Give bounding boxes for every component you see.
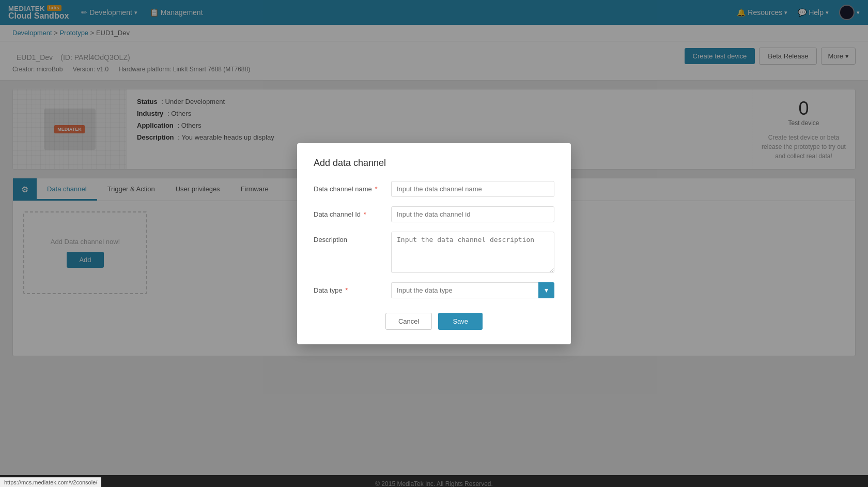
url-text: https://mcs.mediatek.com/v2console/ [4, 479, 97, 485]
url-bar: https://mcs.mediatek.com/v2console/ [0, 477, 101, 487]
chevron-down-icon: ▾ [545, 286, 548, 294]
channel-name-group: Data channel name * [314, 181, 554, 197]
save-button[interactable]: Save [438, 313, 483, 330]
description-label: Description [314, 232, 391, 244]
data-type-label: Data type * [314, 282, 391, 294]
channel-id-input[interactable] [391, 206, 554, 222]
data-type-select-wrapper: ▾ [391, 282, 554, 298]
data-type-input[interactable] [391, 282, 538, 298]
channel-name-required: * [375, 185, 377, 193]
data-type-dropdown-button[interactable]: ▾ [538, 282, 554, 298]
data-type-required: * [345, 286, 348, 294]
channel-id-label: Data channel Id * [314, 206, 391, 218]
channel-name-label: Data channel name * [314, 181, 391, 193]
description-input[interactable] [391, 232, 554, 273]
channel-name-input[interactable] [391, 181, 554, 197]
add-data-channel-modal: Add data channel Data channel name * Dat… [297, 143, 571, 344]
modal-overlay: Add data channel Data channel name * Dat… [0, 0, 868, 487]
channel-id-group: Data channel Id * [314, 206, 554, 222]
channel-id-required: * [364, 210, 366, 218]
modal-title: Add data channel [314, 158, 554, 169]
cancel-button[interactable]: Cancel [385, 313, 432, 330]
modal-actions: Cancel Save [314, 313, 554, 330]
description-group: Description [314, 232, 554, 273]
data-type-group: Data type * ▾ [314, 282, 554, 298]
